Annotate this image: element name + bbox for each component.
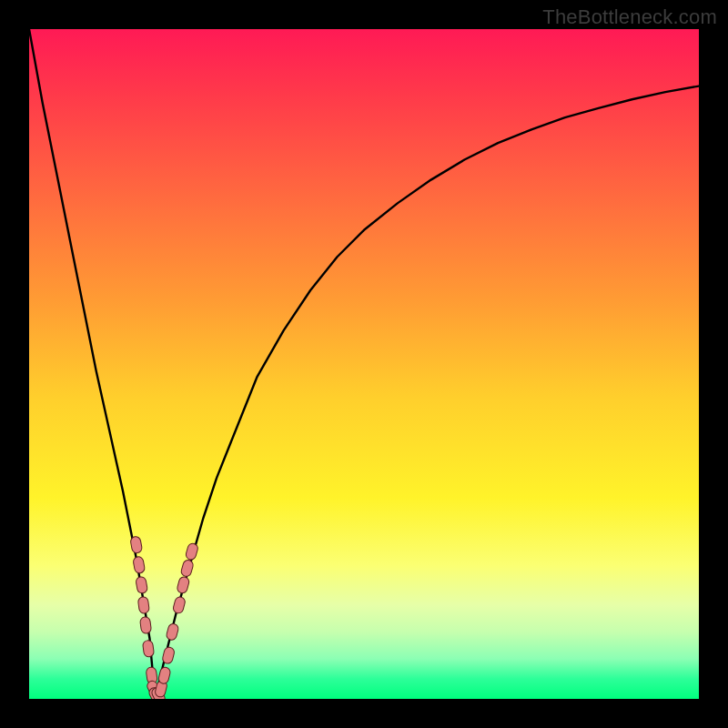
- marker-bead: [172, 596, 186, 614]
- marker-bead: [130, 536, 143, 554]
- marker-bead: [185, 542, 199, 561]
- chart-svg-layer: [29, 29, 699, 699]
- marker-bead: [139, 616, 151, 633]
- marker-bead: [137, 596, 149, 613]
- marker-bead: [180, 559, 195, 577]
- bottleneck-curve: [29, 29, 699, 699]
- marker-bead: [136, 576, 148, 594]
- bottleneck-chart: [29, 29, 699, 699]
- marker-bead: [133, 556, 146, 574]
- marker-bead: [142, 640, 154, 657]
- watermark-text: TheBottleneck.com: [542, 5, 717, 29]
- marker-bead: [162, 646, 176, 664]
- marker-bead: [157, 666, 171, 684]
- marker-bead: [166, 622, 179, 641]
- marker-group: [130, 536, 199, 699]
- chart-frame: TheBottleneck.com: [0, 0, 728, 728]
- marker-bead: [177, 576, 190, 594]
